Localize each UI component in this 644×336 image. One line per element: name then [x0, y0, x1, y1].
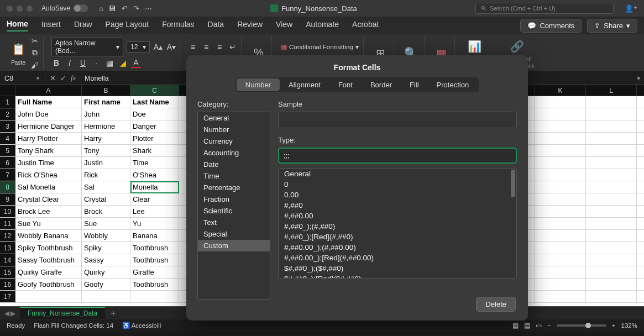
cell[interactable]: Spiky	[82, 242, 130, 254]
comments-button[interactable]: 💬 Comments	[520, 19, 582, 33]
coauthor-icon[interactable]: 👤⁺	[625, 4, 637, 13]
type-list-item[interactable]: #,##0.00_);(#,##0.00)	[279, 242, 516, 253]
view-page-icon[interactable]: ▤	[524, 322, 530, 329]
row-header[interactable]: 11	[0, 218, 15, 230]
cell[interactable]: Sassy	[82, 254, 130, 266]
category-item[interactable]: Fraction	[198, 193, 270, 205]
zoom-slider[interactable]	[557, 324, 606, 327]
tab-automate[interactable]: Automate	[306, 20, 339, 31]
cell[interactable]: Quirky Giraffe	[15, 266, 82, 279]
category-item[interactable]: General	[198, 112, 270, 124]
next-sheet-icon[interactable]: ▶	[11, 309, 15, 317]
font-color-icon[interactable]: A	[131, 58, 141, 68]
cell[interactable]: Brock Lee	[15, 206, 82, 218]
row-header[interactable]: 15	[0, 266, 15, 279]
cell[interactable]	[637, 266, 644, 279]
decrease-font-icon[interactable]: A▾	[166, 42, 176, 52]
cell[interactable]: Shark	[130, 145, 179, 157]
cell[interactable]	[535, 218, 586, 230]
cell[interactable]: Last Name	[130, 96, 179, 108]
cell[interactable]: Tony	[82, 145, 130, 157]
type-list-item[interactable]: $#,##0_);[Red]($#,##0)	[279, 274, 516, 279]
type-list-item[interactable]: #,##0.00_);[Red](#,##0.00)	[279, 253, 516, 263]
category-item[interactable]: Custom	[198, 240, 270, 251]
fx-icon[interactable]: fx	[71, 74, 76, 82]
conditional-formatting-button[interactable]: ▦Conditional Formatting▾	[280, 43, 360, 51]
cell[interactable]	[535, 291, 586, 303]
cell[interactable]: Brock	[82, 206, 130, 218]
delete-button[interactable]: Delete	[476, 297, 516, 312]
category-item[interactable]: Accounting	[198, 147, 270, 159]
cell[interactable]: Justin Time	[15, 157, 82, 169]
cell[interactable]	[637, 218, 644, 230]
increase-font-icon[interactable]: A▴	[153, 42, 163, 52]
category-item[interactable]: Special	[198, 228, 270, 240]
name-box[interactable]: C8▼	[0, 75, 45, 82]
cell[interactable]: Crystal	[82, 193, 130, 206]
toggle-icon[interactable]	[74, 4, 88, 12]
search-input[interactable]: 🔍︎ Search (Cmd + Ctrl + U)	[475, 3, 614, 14]
type-list-item[interactable]: $#,##0_);($#,##0)	[279, 263, 516, 274]
prev-sheet-icon[interactable]: ◀	[4, 309, 9, 317]
cell[interactable]	[637, 133, 644, 145]
close-window-icon[interactable]	[7, 6, 13, 12]
cell[interactable]	[535, 193, 586, 206]
dialog-tab-number[interactable]: Number	[237, 78, 280, 91]
cell[interactable]: Tony Shark	[15, 145, 82, 157]
category-item[interactable]: Currency	[198, 135, 270, 147]
column-header[interactable]: C	[130, 85, 179, 96]
cell[interactable]	[637, 169, 644, 181]
cut-icon[interactable]: ✂	[30, 36, 40, 46]
type-list-item[interactable]: #,##0_);(#,##0)	[279, 221, 516, 232]
cell[interactable]: Sal Monella	[15, 181, 82, 193]
view-break-icon[interactable]: ▭	[536, 322, 542, 329]
cell[interactable]: Banana	[130, 230, 179, 242]
column-header[interactable]: B	[82, 85, 130, 96]
cell[interactable]: Goofy	[82, 279, 130, 291]
tab-formulas[interactable]: Formulas	[162, 20, 194, 31]
tab-view[interactable]: View	[276, 20, 292, 31]
column-header[interactable]: L	[586, 85, 637, 96]
type-list-item[interactable]: #,##0.00	[279, 211, 516, 221]
cell[interactable]: Monella	[130, 181, 179, 193]
category-item[interactable]: Text	[198, 217, 270, 228]
cell[interactable]	[586, 145, 637, 157]
cell[interactable]: Time	[130, 157, 179, 169]
cell[interactable]: Justin	[82, 157, 130, 169]
cell[interactable]	[637, 206, 644, 218]
type-list-item[interactable]: #,##0_);[Red](#,##0)	[279, 232, 516, 242]
column-header[interactable]: A	[15, 85, 82, 96]
row-header[interactable]: 13	[0, 242, 15, 254]
cell[interactable]	[586, 266, 637, 279]
cell[interactable]	[586, 120, 637, 133]
category-item[interactable]: Time	[198, 170, 270, 182]
cell[interactable]	[130, 291, 179, 303]
cell[interactable]	[535, 145, 586, 157]
tab-home[interactable]: Home	[7, 19, 28, 32]
cell[interactable]	[586, 193, 637, 206]
dialog-tab-font[interactable]: Font	[329, 78, 362, 91]
wrap-text-icon[interactable]: ↵	[228, 42, 238, 52]
fill-color-icon[interactable]: ◢	[118, 58, 128, 68]
cell[interactable]	[586, 181, 637, 193]
tab-review[interactable]: Review	[237, 20, 263, 31]
align-middle-icon[interactable]: ≡	[201, 42, 211, 52]
dialog-tab-protection[interactable]: Protection	[428, 78, 478, 91]
strike-icon[interactable]: ·	[91, 58, 101, 68]
category-list[interactable]: GeneralNumberCurrencyAccountingDateTimeP…	[197, 112, 270, 300]
cell[interactable]	[586, 96, 637, 108]
cancel-icon[interactable]: ✕	[50, 74, 56, 82]
align-bottom-icon[interactable]: ≡	[214, 42, 224, 52]
cell[interactable]: John	[82, 108, 130, 120]
tab-draw[interactable]: Draw	[74, 20, 92, 31]
cell[interactable]: Toothbrush	[130, 279, 179, 291]
dialog-tab-alignment[interactable]: Alignment	[280, 78, 329, 91]
cell[interactable]	[535, 181, 586, 193]
italic-icon[interactable]: I	[65, 58, 75, 68]
cell[interactable]	[637, 279, 644, 291]
row-header[interactable]: 6	[0, 157, 15, 169]
cell[interactable]: Plotter	[130, 133, 179, 145]
category-item[interactable]: Scientific	[198, 205, 270, 217]
cell[interactable]: Spiky Toothbrush	[15, 242, 82, 254]
type-list-item[interactable]: 0.00	[279, 190, 516, 200]
